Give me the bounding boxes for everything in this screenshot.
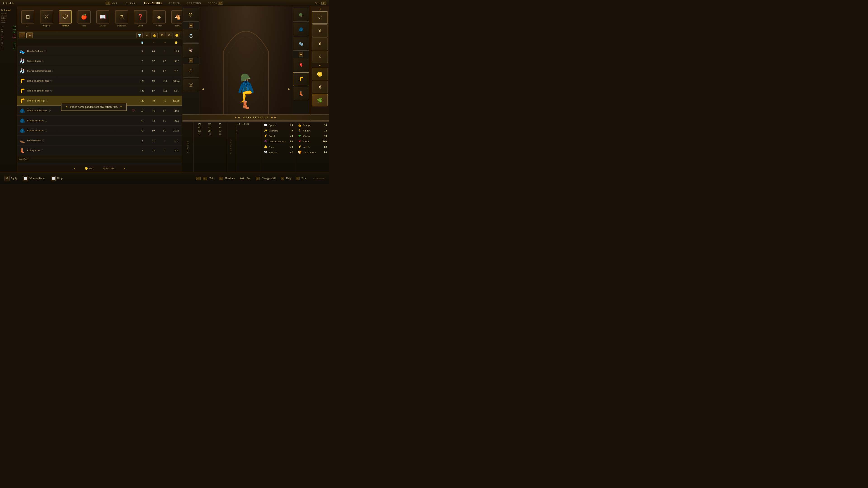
extra-slot-7[interactable]: 🌿 bbox=[312, 94, 328, 106]
exit-badge: ○ bbox=[296, 177, 299, 180]
filter-btn-gold[interactable]: 🪙 bbox=[174, 33, 180, 38]
cat-quest[interactable]: ❓ Quest bbox=[132, 10, 149, 27]
equip-slot-heart[interactable]: 🫀 bbox=[293, 58, 309, 71]
social-stats-section: 💬 Speech 20 ✨ Charisma 9 ⚡ Speed 28 👁 Co… bbox=[261, 122, 296, 172]
left-sidebar-title: be forged bbox=[1, 8, 16, 11]
cat-armour[interactable]: 🛡 Armour bbox=[57, 10, 74, 27]
arrow-up-1[interactable]: ◆ bbox=[189, 23, 193, 28]
armor-val-4: 142 bbox=[195, 126, 204, 129]
equip-slot-shield[interactable]: 🛡 bbox=[183, 64, 199, 78]
char-arrow-left[interactable]: ◄ bbox=[201, 88, 204, 91]
equip-slot-gloves[interactable]: 🧤 bbox=[293, 37, 309, 51]
item-icon-gartered: 🧦 bbox=[17, 57, 27, 66]
extra-slot-3[interactable]: 🗡 bbox=[312, 37, 328, 50]
stat-speed: ⚡ Speed 28 bbox=[264, 134, 293, 138]
stat-nourishment: 🍞 Nourishment 80 bbox=[298, 151, 327, 154]
filter-btn-health[interactable]: ❤ bbox=[159, 33, 165, 38]
extra-slot-6[interactable]: 🗡 bbox=[312, 81, 328, 93]
action-equip[interactable]: ✗ Equip bbox=[4, 176, 18, 181]
action-headings[interactable]: △ Headings bbox=[219, 177, 235, 180]
nav-prev-arrow[interactable]: ◄ bbox=[73, 167, 76, 170]
item-row-godwins-ring[interactable]: 💍 Godwin's ring 🛡 100 0 85.8 bbox=[17, 162, 182, 164]
arrow-down-1[interactable]: ◆ bbox=[189, 58, 193, 63]
action-drop[interactable]: ⬜ Drop bbox=[51, 176, 63, 181]
cat-all[interactable]: ⊞ All bbox=[19, 10, 36, 27]
item-row-gartered-hose[interactable]: 🧦 Gartered hose ⓘ 2 57 0.5 100.2 bbox=[17, 56, 182, 66]
action-move-horse[interactable]: ⬜ Move to horse bbox=[23, 176, 45, 181]
filter-btn-armor[interactable]: 👕 bbox=[136, 33, 143, 38]
noise-label: Noise bbox=[269, 145, 289, 148]
item-row-padded-1[interactable]: 🧥 Padded chausses ⓘ 41 72 5.7 182.1 bbox=[17, 116, 182, 126]
nav-next-arrow[interactable]: ► bbox=[123, 167, 126, 170]
cat-weapons-label: Weapons bbox=[42, 24, 51, 27]
equip-slot-helm[interactable]: ⛑ bbox=[183, 8, 199, 22]
item-val-noble-quilted-2: 76 bbox=[148, 109, 159, 112]
cat-weapons[interactable]: ⚔ Weapons bbox=[38, 10, 55, 27]
equip-slot-coif[interactable]: 🪖 bbox=[293, 8, 309, 22]
equip-slot-chest[interactable]: 🧥 bbox=[293, 23, 309, 36]
extra-slot-1[interactable]: 🛡 bbox=[312, 11, 328, 24]
cat-other-label: Other bbox=[156, 24, 162, 27]
item-name-noble-brig-1: Noble brigandine legs ⓘ bbox=[27, 79, 130, 83]
extra-slot-4[interactable]: ⚔ bbox=[312, 51, 328, 63]
extra-slot-2[interactable]: 🗡 bbox=[312, 24, 328, 37]
item-row-noble-brig-2[interactable]: 🦵 Noble brigandine legs ⓘ 122 87 10.1 23… bbox=[17, 86, 182, 96]
filter-btn-sort[interactable]: ☰ bbox=[19, 33, 25, 38]
noise-value: 73 bbox=[290, 145, 293, 149]
action-help[interactable]: ? Help bbox=[281, 177, 291, 180]
armor-section-label: ARMOUR bbox=[186, 139, 189, 155]
item-row-noble-brig-1[interactable]: 🦵 Noble brigandine legs ⓘ 123 99 10.1 24… bbox=[17, 76, 182, 86]
nav-crafting[interactable]: CRAFTING bbox=[187, 2, 201, 4]
item-row-riding-boots[interactable]: 👢 Riding boots ⓘ 4 78 3 29.4 bbox=[17, 145, 182, 156]
action-change-outfit[interactable]: △ Change outfit bbox=[256, 177, 276, 180]
visibility-label: Visibility bbox=[269, 151, 289, 154]
item-row-burgher-shoes[interactable]: 👟 Burgher's shoes ⓘ 3 86 1 111.4 bbox=[17, 46, 182, 56]
nav-map[interactable]: L2 MAP bbox=[105, 2, 118, 5]
cat-other[interactable]: ◆ Other bbox=[151, 10, 167, 27]
armor-val-6: 86 bbox=[215, 126, 225, 129]
item-val-noble-brig-2-2: 87 bbox=[148, 90, 159, 92]
nav-player[interactable]: PLAYER bbox=[169, 2, 180, 4]
inventory-panel: ☰ Az 👕 # 💪 ❤ ⚖ 🪙 👕 # ⚖ 🪙 👟 Burgher's sho… bbox=[17, 31, 182, 172]
action-tabs[interactable]: L1 R1 Tabs bbox=[196, 177, 215, 180]
stat-vitality: ❤ Vitality 19 bbox=[298, 134, 327, 138]
equip-slot-boots[interactable]: 👢 bbox=[293, 87, 309, 100]
action-sort[interactable]: ⊕⊕ Sort bbox=[240, 177, 251, 180]
arrow-right-col[interactable]: ◆ bbox=[299, 52, 303, 57]
cat-food[interactable]: 🍎 Food bbox=[75, 10, 92, 27]
filter-btn-number[interactable]: # bbox=[144, 33, 150, 38]
armor-grid: 152 129 75 142 141 86 275 207 86 22 22 2… bbox=[195, 123, 225, 136]
equip-slot-ring2[interactable]: 🦅 bbox=[183, 43, 199, 57]
cat-books[interactable]: 📖 Books bbox=[94, 10, 111, 27]
main-level-text: MAIN LEVEL 21 bbox=[243, 116, 269, 119]
equip-slot-ring1[interactable]: 💍 bbox=[183, 29, 199, 42]
cat-materials[interactable]: ⚗ Materials bbox=[113, 10, 130, 27]
speed-icon: ⚡ bbox=[264, 134, 268, 138]
item-name-noble-plate: Noble's plate legs ⓘ bbox=[27, 99, 130, 102]
item-val-pointed-2: 45 bbox=[148, 139, 159, 142]
tooltip-icon-left: ✦ bbox=[66, 105, 68, 109]
visibility-value: 41 bbox=[290, 151, 293, 154]
filter-btn-strength[interactable]: 💪 bbox=[151, 33, 158, 38]
item-row-huntsman-hose[interactable]: 🧦 Master huntsman's hose ⓘ 3 90 0.5 33.5 bbox=[17, 66, 182, 76]
filter-btn-az[interactable]: Az bbox=[26, 33, 33, 38]
agility-value: 18 bbox=[324, 129, 327, 132]
action-exit[interactable]: ○ Exit bbox=[296, 177, 306, 180]
equip-slot-legs[interactable]: 🦵 bbox=[293, 72, 309, 86]
cat-all-label: All bbox=[26, 24, 29, 27]
item-row-pointed-shoes[interactable]: 👞 Pointed shoes ⓘ 2 45 1 72.2 bbox=[17, 135, 182, 145]
item-name-riding-boots: Riding boots ⓘ bbox=[27, 149, 130, 152]
char-arrow-right[interactable]: ► bbox=[287, 88, 291, 91]
nav-codex[interactable]: CODEX R2 bbox=[208, 2, 223, 5]
bottom-right-actions: L1 R1 Tabs △ Headings ⊕⊕ Sort △ Change o… bbox=[196, 177, 324, 180]
nav-journal[interactable]: JOURNAL bbox=[124, 2, 137, 4]
equip-slot-sword[interactable]: ⚔ bbox=[183, 78, 199, 92]
nav-inventory[interactable]: INVENTORY bbox=[144, 1, 162, 5]
headings-label: Headings bbox=[225, 177, 235, 180]
item-val-riding-2: 78 bbox=[148, 149, 159, 152]
item-name-gartered: Gartered hose ⓘ bbox=[27, 59, 130, 63]
filter-btn-weight[interactable]: ⚖ bbox=[166, 33, 173, 38]
extra-slot-5[interactable]: 🪙 bbox=[312, 68, 328, 80]
item-row-padded-2[interactable]: 🧥 Padded chausses ⓘ 43 99 5.7 215.3 bbox=[17, 126, 182, 135]
speech-icon: 💬 bbox=[264, 123, 268, 127]
